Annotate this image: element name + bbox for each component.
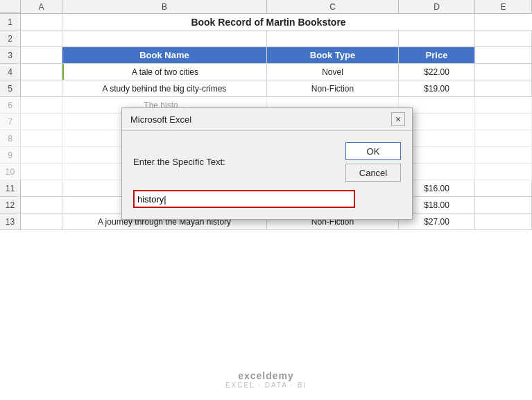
modal-ok-button[interactable]: OK — [345, 142, 401, 160]
modal-text-input[interactable] — [133, 190, 355, 208]
modal-overlay: Microsoft Excel × Enter the Specific Tex… — [0, 0, 532, 400]
modal-buttons: OK Cancel — [345, 142, 401, 182]
modal-label-row: Enter the Specific Text: OK Cancel — [133, 142, 401, 182]
modal-input-row — [133, 190, 401, 208]
modal-label: Enter the Specific Text: — [133, 157, 225, 167]
modal-dialog: Microsoft Excel × Enter the Specific Tex… — [121, 107, 413, 220]
modal-body: Enter the Specific Text: OK Cancel — [122, 131, 412, 219]
modal-close-button[interactable]: × — [391, 112, 405, 126]
modal-titlebar: Microsoft Excel × — [122, 108, 412, 131]
spreadsheet: A B C D E 1 Book Record of Martin Bookst… — [0, 0, 532, 400]
modal-cancel-button[interactable]: Cancel — [345, 164, 401, 182]
modal-title: Microsoft Excel — [130, 114, 191, 125]
